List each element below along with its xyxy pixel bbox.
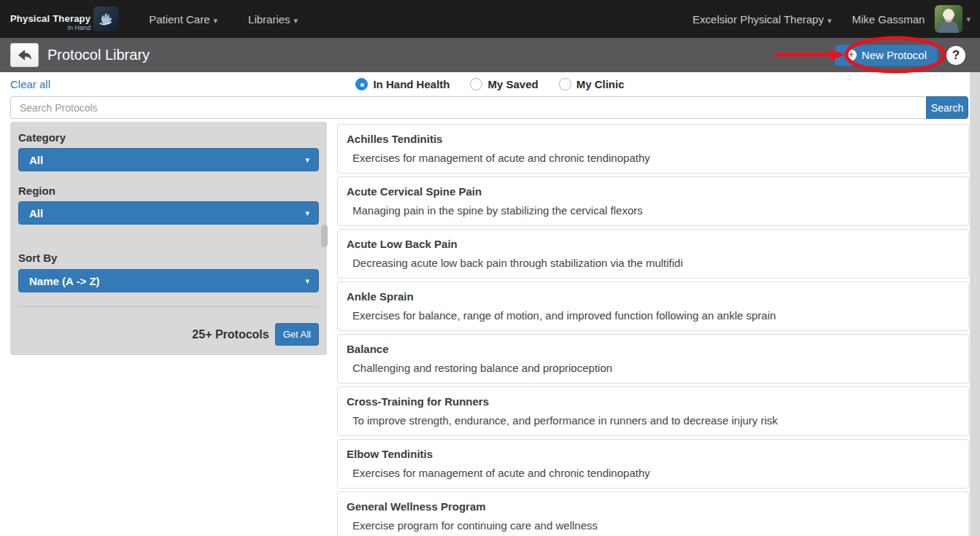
plus-icon: + [846, 50, 857, 61]
protocol-list-item[interactable]: Ankle Sprain Exercises for balance, rang… [337, 281, 969, 331]
user-name: Mike Gassman [852, 13, 925, 26]
protocol-description: To improve strength, endurance, and perf… [352, 414, 778, 427]
radio-button-icon[interactable] [559, 78, 571, 90]
protocol-list-item[interactable]: Balance Challenging and restoring balanc… [337, 334, 969, 384]
protocol-title: Cross-Training for Runners [347, 395, 489, 408]
source-radio[interactable]: My Clinic [559, 78, 625, 90]
search-bar: Search [10, 96, 968, 119]
logo-subtitle: In Hand [10, 25, 90, 31]
filter-sidebar: Category All ▾ Region All ▾ Sort By Name… [10, 122, 327, 355]
radio-label: My Clinic [576, 78, 625, 90]
chevron-down-icon: ▾ [305, 276, 309, 286]
source-radio[interactable]: My Saved [470, 78, 538, 90]
protocol-description: Exercise program for continuing care and… [352, 519, 598, 532]
radio-button-icon[interactable] [470, 78, 482, 90]
title-bar: Protocol Library + New Protocol ? [0, 38, 980, 72]
source-radio[interactable]: In Hand Health [355, 78, 450, 90]
radio-button-icon[interactable] [355, 78, 368, 90]
protocol-title: Acute Low Back Pain [347, 238, 458, 250]
chevron-down-icon: ▾ [305, 209, 309, 218]
protocol-list-item[interactable]: Elbow Tendinitis Exercises for managemen… [337, 439, 969, 489]
radio-label: My Saved [487, 78, 538, 90]
filter-bar: Clear all In Hand Health My Saved My Cli… [0, 72, 980, 96]
divider [18, 306, 319, 307]
protocol-description: Exercises for balance, range of motion, … [352, 309, 776, 322]
sort-by-dropdown[interactable]: Name (A -> Z) ▾ [18, 269, 319, 292]
chevron-down-icon[interactable]: ▾ [966, 15, 971, 24]
protocol-list-item[interactable]: Cross-Training for Runners To improve st… [337, 387, 969, 436]
protocol-title: General Wellness Program [347, 500, 486, 513]
avatar[interactable] [935, 5, 962, 33]
app-logo[interactable]: Physical Therapy In Hand [10, 7, 118, 31]
nav-patient-care[interactable]: Patient Care▾ [149, 13, 217, 26]
protocol-list: Achilles Tendinitis Exercises for manage… [337, 124, 969, 536]
protocol-list-item[interactable]: Achilles Tendinitis Exercises for manage… [337, 124, 969, 174]
get-all-button[interactable]: Get All [275, 323, 319, 346]
search-button[interactable]: Search [926, 96, 968, 119]
protocol-description: Exercises for management of acute and ch… [352, 152, 650, 164]
hand-logo-icon [93, 7, 118, 31]
chevron-down-icon: ▾ [294, 16, 298, 25]
back-button[interactable] [10, 43, 39, 67]
sort-by-label: Sort By [18, 252, 57, 264]
protocol-list-item[interactable]: Acute Low Back Pain Decreasing acute low… [337, 229, 969, 279]
protocol-title: Acute Cervical Spine Pain [347, 185, 482, 198]
protocol-title: Ankle Sprain [347, 290, 414, 303]
logo-title: Physical Therapy [10, 14, 90, 23]
protocol-list-item[interactable]: Acute Cervical Spine Pain Managing pain … [337, 176, 969, 226]
page-title: Protocol Library [47, 47, 150, 63]
protocol-description: Decreasing acute low back pain through s… [352, 257, 683, 269]
chevron-down-icon: ▾ [305, 155, 309, 165]
region-dropdown[interactable]: All ▾ [18, 201, 319, 225]
clinic-menu[interactable]: Excelsior Physical Therapy▾ [692, 13, 831, 26]
chevron-down-icon: ▾ [827, 16, 832, 25]
category-label: Category [18, 131, 66, 144]
scrollbar-gutter[interactable] [970, 72, 980, 536]
protocol-title: Balance [347, 343, 389, 355]
radio-label: In Hand Health [373, 78, 450, 90]
protocol-count: 25+ Protocols [192, 328, 269, 341]
protocol-description: Exercises for management of acute and ch… [352, 467, 650, 479]
help-icon[interactable]: ? [946, 46, 965, 65]
source-radio-group: In Hand Health My Saved My Clinic [0, 72, 980, 96]
back-arrow-icon [17, 48, 33, 63]
protocol-description: Managing pain in the spine by stabilizin… [352, 204, 643, 217]
chevron-down-icon: ▾ [214, 16, 218, 25]
protocol-title: Achilles Tendinitis [347, 133, 442, 145]
new-protocol-button[interactable]: + New Protocol [835, 44, 938, 66]
protocol-title: Elbow Tendinitis [347, 448, 433, 460]
sidebar-scrollbar[interactable] [321, 225, 328, 247]
category-dropdown[interactable]: All ▾ [18, 148, 319, 171]
search-input[interactable] [10, 96, 926, 119]
region-label: Region [18, 185, 55, 197]
protocol-list-item[interactable]: General Wellness Program Exercise progra… [337, 492, 969, 536]
top-navbar: Physical Therapy In Hand Patient Care▾ L… [0, 0, 980, 38]
protocol-description: Challenging and restoring balance and pr… [352, 362, 612, 374]
nav-libraries[interactable]: Libraries▾ [248, 13, 298, 26]
